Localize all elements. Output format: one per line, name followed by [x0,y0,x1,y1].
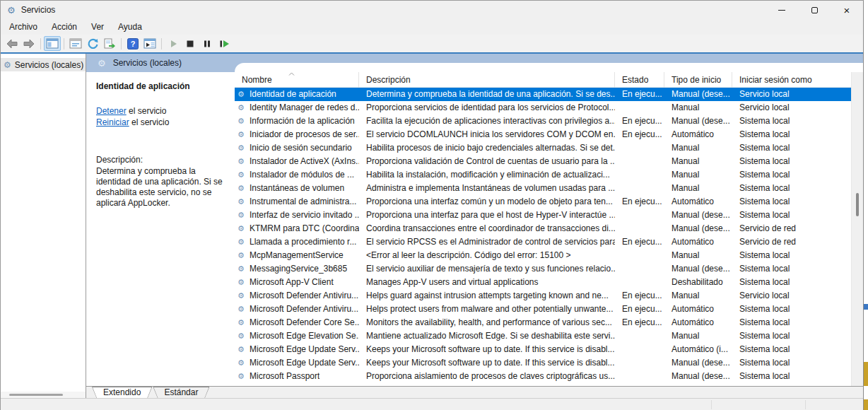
desktop-edge-strip [864,0,868,410]
service-description: Monitors the availability, health, and p… [359,316,615,329]
service-row[interactable]: ⚙ Microsoft Passport Proporciona aislami… [235,370,851,383]
forward-arrow-icon [23,38,35,49]
service-description: Coordina transacciones entre el coordina… [359,222,615,235]
restart-service-link[interactable]: Reiniciar [96,117,129,127]
window-title: Servicios [21,5,56,15]
service-row[interactable]: ⚙ MessagingService_3b685 El servicio aux… [235,262,851,276]
service-description: Habilita la instalación, modificación y … [359,168,615,182]
service-row[interactable]: ⚙ Información de la aplicación Facilita … [235,115,851,128]
service-estado [615,182,664,195]
properties-button[interactable] [67,36,84,51]
service-row[interactable]: ⚙ Inicio de sesión secundario Habilita p… [235,141,851,155]
restart-service-action: Reiniciar el servicio [96,117,226,128]
service-row[interactable]: ⚙ Microsoft Defender Antiviru... Helps p… [235,303,851,316]
tree-item-servicios-locales[interactable]: ⚙ Servicios (locales) [1,58,86,71]
service-iniciar-sesion: Sistema local [732,276,790,289]
service-row[interactable]: ⚙ Microsoft Edge Update Serv... Keeps yo… [235,356,851,370]
service-name: Instrumental de administra... [250,195,356,209]
column-header-iniciar-sesion-como[interactable]: Iniciar sesión como [732,72,851,88]
service-estado: En ejecu... [615,128,664,141]
service-row[interactable]: ⚙ McpManagementService <Error al leer la… [235,249,851,262]
tab-extendido[interactable]: Extendido [92,387,152,399]
title-bar[interactable]: ⚙ Servicios × [1,1,863,19]
main-panel: ⚙ Servicios (locales) Identidad de aplic… [86,54,863,399]
service-row[interactable]: ⚙ Microsoft Defender Core Se... Monitors… [235,316,851,329]
service-row[interactable]: ⚙ Microsoft Edge Elevation Se... Mantien… [235,329,851,343]
column-header-tipo-de-inicio[interactable]: Tipo de inicio [664,72,732,88]
service-estado: En ejecu... [615,303,664,316]
service-description: Proporciona una interfaz para que el hos… [359,209,615,222]
start-service-button[interactable] [165,36,182,51]
service-name: Llamada a procedimiento r... [250,235,356,249]
menu-accion[interactable]: Acción [45,20,84,33]
stop-service-action: Detener el servicio [96,105,226,117]
menu-archivo[interactable]: Archivo [2,20,45,33]
service-gear-icon: ⚙ [237,211,250,219]
service-row[interactable]: ⚙ Interfaz de servicio invitado ... Prop… [235,209,851,222]
service-row[interactable]: ⚙ Llamada a procedimiento r... El servic… [235,235,851,249]
service-iniciar-sesion: Sistema local [732,343,790,356]
menu-ver[interactable]: Ver [84,20,111,33]
service-row[interactable]: ⚙ Microsoft App-V Client Manages App-V u… [235,276,851,289]
vertical-scrollbar[interactable] [851,72,863,386]
show-console-tree-button[interactable] [44,36,61,51]
service-iniciar-sesion: Servicio local [732,289,790,303]
stop-service-link[interactable]: Detener [96,106,127,116]
services-list: Nombre Descripción Estado Tipo de inicio… [235,63,863,386]
service-row[interactable]: ⚙ KTMRM para DTC (Coordina... Coordina t… [235,222,851,235]
service-row[interactable]: ⚙ Identity Manager de redes d... Proporc… [235,101,851,115]
service-name: Instalador de ActiveX (AxIns... [250,155,359,168]
close-icon: × [844,5,850,16]
toolbar-separator [64,38,64,49]
service-row[interactable]: ⚙ Identidad de aplicación Determina y co… [235,88,851,101]
service-row[interactable]: ⚙ Instantáneas de volumen Administra e i… [235,182,851,195]
stop-service-button[interactable] [182,36,199,51]
services-app-icon: ⚙ [7,6,16,15]
maximize-icon [811,7,818,13]
service-description: Proporciona una interfaz común y un mode… [359,195,615,209]
service-row[interactable]: ⚙ Microsoft Defender Antiviru... Helps g… [235,289,851,303]
service-tipo-inicio: Deshabilitado [664,276,732,289]
export-list-button[interactable] [101,36,118,51]
tree-horizontal-scrollbar-thumb[interactable] [9,394,63,396]
service-row[interactable]: ⚙ Microsoft Edge Update Serv... Keeps yo… [235,343,851,356]
tab-estandar[interactable]: Estándar [153,387,209,399]
service-row[interactable]: ⚙ Instalador de ActiveX (AxIns... Propor… [235,155,851,168]
service-row[interactable]: ⚙ Instrumental de administra... Proporci… [235,195,851,209]
column-header-descripcion[interactable]: Descripción [359,72,615,88]
menu-ayuda[interactable]: Ayuda [111,20,149,33]
service-gear-icon: ⚙ [237,171,250,179]
help-button[interactable]: ? [124,36,141,51]
refresh-button[interactable] [84,36,101,51]
service-tipo-inicio: Automático [664,128,732,141]
extended-view-button[interactable] [141,36,158,51]
service-row[interactable]: ⚙ Instalador de módulos de ... Habilita … [235,168,851,182]
service-iniciar-sesion: Sistema local [732,262,790,276]
maximize-button[interactable] [798,1,831,19]
column-header-estado[interactable]: Estado [615,72,664,88]
service-description: Proporciona aislamiento de procesos de c… [359,370,615,383]
back-button[interactable] [4,36,20,51]
column-header-nombre[interactable]: Nombre [235,72,359,88]
pause-service-button[interactable] [199,36,216,51]
minimize-button[interactable] [766,1,798,19]
forward-button[interactable] [20,36,37,51]
svg-text:?: ? [131,40,136,48]
service-iniciar-sesion: Sistema local [732,115,790,128]
service-name: Iniciador de procesos de ser... [250,128,359,141]
service-name: Microsoft Passport [250,370,319,383]
close-button[interactable]: × [831,1,863,19]
service-estado [615,168,664,182]
export-list-icon [103,38,116,49]
service-estado [615,249,664,262]
service-name: Microsoft Defender Antiviru... [250,303,358,316]
service-name: KTMRM para DTC (Coordina... [250,222,359,235]
service-name: Identity Manager de redes d... [250,101,359,115]
toolbar-separator [40,38,41,49]
vertical-scrollbar-thumb[interactable] [856,193,859,216]
restart-service-button[interactable] [216,36,233,51]
tree-item-label: Servicios (locales) [15,60,83,70]
service-gear-icon: ⚙ [237,198,250,206]
service-description: Proporciona validación de Control de cue… [359,155,615,168]
service-row[interactable]: ⚙ Iniciador de procesos de ser... El ser… [235,128,851,141]
